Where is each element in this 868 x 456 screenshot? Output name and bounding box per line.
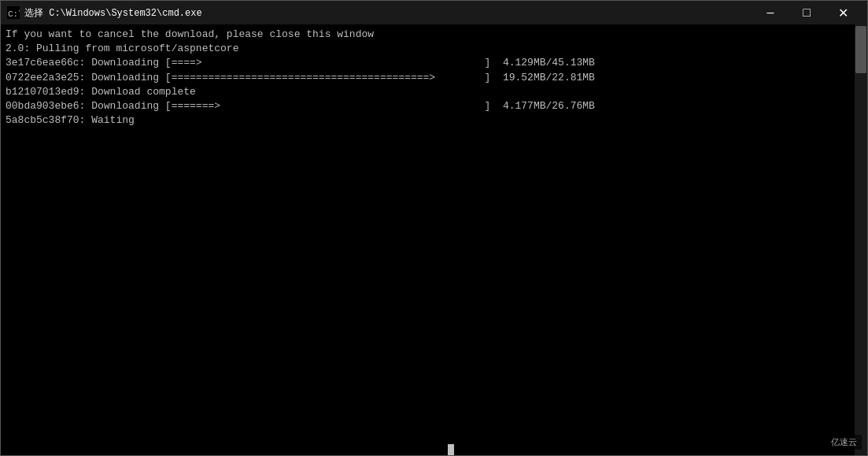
title-bar: C:\ 选择 C:\Windows\System32\cmd.exe – □ ✕ <box>1 1 867 24</box>
svg-text:C:\: C:\ <box>8 9 20 19</box>
cmd-icon: C:\ <box>7 6 20 19</box>
minimize-button[interactable]: – <box>752 1 789 24</box>
cmd-window: C:\ 选择 C:\Windows\System32\cmd.exe – □ ✕… <box>0 0 868 456</box>
scrollbar-thumb[interactable] <box>855 26 866 73</box>
maximize-button[interactable]: □ <box>789 1 825 24</box>
watermark: 亿速云 <box>826 435 862 450</box>
title-bar-text: 选择 C:\Windows\System32\cmd.exe <box>24 6 752 20</box>
scrollbar[interactable] <box>855 24 867 455</box>
close-button[interactable]: ✕ <box>825 1 861 24</box>
window-body: If you want to cancel the download, plea… <box>1 24 867 455</box>
terminal-output[interactable]: If you want to cancel the download, plea… <box>1 24 855 455</box>
title-bar-controls: – □ ✕ <box>752 1 861 24</box>
window-wrapper: C:\ 选择 C:\Windows\System32\cmd.exe – □ ✕… <box>0 0 868 456</box>
